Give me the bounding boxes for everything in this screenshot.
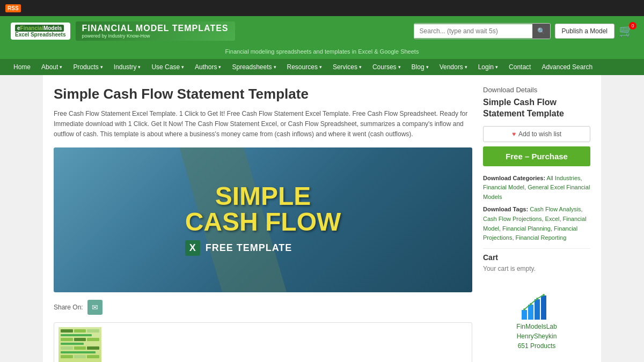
header: eFinancialModels Excel Spreadsheets FINA… <box>0 16 644 46</box>
nav-blog[interactable]: Blog ▾ <box>406 59 434 75</box>
tag-cash-flow-projections[interactable]: Cash Flow Projections <box>483 216 541 222</box>
logo-image[interactable]: eFinancialModels Excel Spreadsheets <box>11 23 70 40</box>
cart-empty-text: Your cart is empty. <box>483 265 590 272</box>
search-button[interactable]: 🔍 <box>532 24 550 39</box>
navigation: Home About ▾ Products ▾ Industry ▾ Use C… <box>0 59 644 75</box>
logo-area: eFinancialModels Excel Spreadsheets FINA… <box>11 21 235 41</box>
nav-industry[interactable]: Industry ▾ <box>108 59 147 75</box>
cart-badge: 0 <box>629 22 636 29</box>
svg-point-4 <box>523 308 525 311</box>
logo-subtitle: Excel Spreadsheets <box>15 32 66 38</box>
cart-button[interactable]: 🛒 0 <box>619 24 633 38</box>
publish-button[interactable]: Publish a Model <box>555 24 614 39</box>
left-column: Simple Cash Flow Statement Template Free… <box>54 86 472 362</box>
chevron-down-icon: ▾ <box>100 64 103 70</box>
rss-icon[interactable]: RSS <box>5 4 21 12</box>
nav-services[interactable]: Services ▾ <box>327 59 367 75</box>
excel-icon: X <box>185 240 200 256</box>
free-purchase-button[interactable]: Free – Purchase <box>483 146 590 166</box>
svg-rect-2 <box>535 299 540 320</box>
chevron-down-icon: ▾ <box>218 64 221 70</box>
nav-home[interactable]: Home <box>8 59 36 75</box>
main-content: Simple Cash Flow Statement Template Free… <box>43 75 601 362</box>
vendor-area: FinModelsLab HenrySheykin 651 Products <box>483 278 590 350</box>
chevron-down-icon: ▾ <box>359 64 362 70</box>
chevron-down-icon: ▾ <box>181 64 184 70</box>
share-row: Share On: ✉ <box>54 300 472 315</box>
category-financial-model[interactable]: Financial Model <box>483 184 524 190</box>
svg-rect-0 <box>522 310 527 320</box>
search-input[interactable] <box>414 24 532 38</box>
search-box: 🔍 <box>414 23 551 39</box>
tag-cash-flow-analysis[interactable]: Cash Flow Analysis <box>530 206 581 212</box>
tagline: Financial modeling spreadsheets and temp… <box>0 46 644 59</box>
top-bar: RSS <box>0 0 644 16</box>
categories-section: Download Categories: All Industries, Fin… <box>483 174 590 202</box>
nav-spreadsheets[interactable]: Spreadsheets ▾ <box>226 59 281 75</box>
chevron-down-icon: ▾ <box>138 64 141 70</box>
tag-financial-planning[interactable]: Financial Planning <box>502 225 551 232</box>
logo-banner[interactable]: FINANCIAL MODEL TEMPLATES powered by Ind… <box>76 21 235 41</box>
banner-title: FINANCIAL MODEL TEMPLATES <box>82 24 229 33</box>
page-title: Simple Cash Flow Statement Template <box>54 86 472 102</box>
nav-contact[interactable]: Contact <box>503 59 536 75</box>
chevron-down-icon: ▾ <box>426 64 429 70</box>
cart-section: Cart Your cart is empty. <box>483 248 590 272</box>
svg-point-7 <box>543 294 545 296</box>
download-product-title: Simple Cash Flow Statement Template <box>483 97 590 120</box>
tags-label: Download Tags: <box>483 206 528 212</box>
share-label: Share On: <box>54 304 83 311</box>
hero-sub-area: X FREE TEMPLATE <box>185 240 341 256</box>
tag-financial-reporting[interactable]: Financial Reporting <box>516 234 567 241</box>
chevron-down-icon: ▾ <box>465 64 467 70</box>
nav-use-case[interactable]: Use Case ▾ <box>146 59 189 75</box>
chevron-down-icon: ▾ <box>274 64 276 70</box>
chevron-down-icon: ▾ <box>60 64 62 70</box>
thumbnail-image <box>58 327 101 362</box>
nav-products[interactable]: Products ▾ <box>68 59 108 75</box>
svg-rect-3 <box>541 295 546 320</box>
categories-label: Download Categories: <box>483 175 545 181</box>
chevron-down-icon: ▾ <box>495 64 498 70</box>
nav-advanced-search[interactable]: Advanced Search <box>536 59 598 75</box>
thumbnail-area <box>54 322 472 362</box>
description-text: Free Cash Flow Statement Excel Template.… <box>54 109 472 140</box>
hero-text-block: SIMPLE CASH FLOW X FREE TEMPLATE <box>185 183 341 256</box>
heart-icon: ♥ <box>512 130 516 138</box>
nav-resources[interactable]: Resources ▾ <box>282 59 327 75</box>
svg-point-5 <box>530 303 532 305</box>
download-details-label: Download Details <box>483 86 590 94</box>
nav-about[interactable]: About ▾ <box>36 59 68 75</box>
vendor-name-link[interactable]: FinModelsLab <box>516 323 557 330</box>
main-wrapper: Simple Cash Flow Statement Template Free… <box>0 75 644 362</box>
tag-excel[interactable]: Excel <box>545 216 560 222</box>
right-column: Download Details Simple Cash Flow Statem… <box>483 86 590 362</box>
chevron-down-icon: ▾ <box>398 64 401 70</box>
hero-image: SIMPLE CASH FLOW X FREE TEMPLATE <box>54 147 472 292</box>
search-area: 🔍 Publish a Model 🛒 0 <box>414 23 633 39</box>
wish-label: Add to wish list <box>518 130 561 138</box>
nav-courses[interactable]: Courses ▾ <box>367 59 406 75</box>
logo-brand: eFinancialModels <box>15 25 64 32</box>
svg-point-6 <box>536 298 538 300</box>
nav-authors[interactable]: Authors ▾ <box>189 59 226 75</box>
tags-section: Download Tags: Cash Flow Analysis, Cash … <box>483 205 590 242</box>
cart-title: Cart <box>483 248 590 262</box>
banner-subtitle: powered by Industry Know-How <box>82 33 229 39</box>
vendor-logo <box>518 283 555 321</box>
share-email-button[interactable]: ✉ <box>87 300 103 315</box>
category-all-industries[interactable]: All Industries <box>547 175 581 181</box>
free-template-text: FREE TEMPLATE <box>206 242 292 254</box>
vendor-products-link[interactable]: 651 Products <box>518 342 556 350</box>
nav-login[interactable]: Login ▾ <box>473 59 503 75</box>
vendor-author-link[interactable]: HenrySheykin <box>517 333 557 340</box>
hero-main-text: SIMPLE CASH FLOW <box>185 183 341 235</box>
nav-vendors[interactable]: Vendors ▾ <box>434 59 473 75</box>
chevron-down-icon: ▾ <box>319 64 322 70</box>
vendor-chart-icon <box>521 291 553 321</box>
svg-rect-1 <box>528 305 533 320</box>
add-to-wishlist-button[interactable]: ♥ Add to wish list <box>483 126 590 142</box>
